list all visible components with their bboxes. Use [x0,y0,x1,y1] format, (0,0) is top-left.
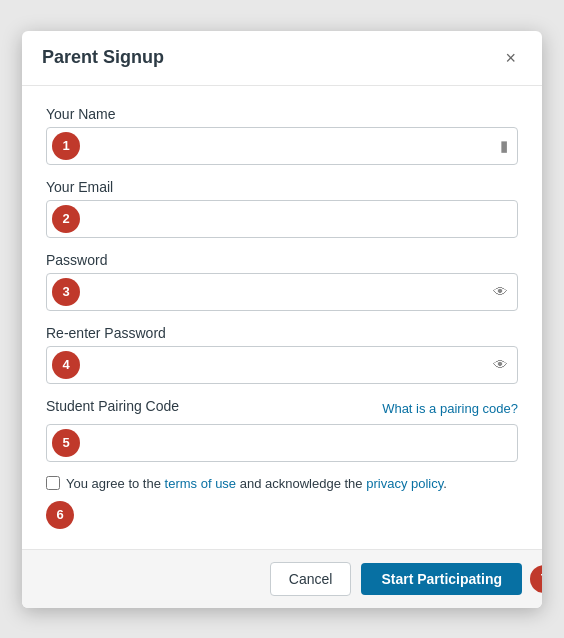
pairing-code-help-link[interactable]: What is a pairing code? [382,401,518,416]
terms-checkbox[interactable] [46,476,60,490]
pairing-code-input-wrapper: 5 [46,424,518,462]
pairing-code-field-group: Student Pairing Code What is a pairing c… [46,398,518,462]
name-input[interactable] [46,127,518,165]
badge-1: 1 [52,132,80,160]
dialog-footer: Cancel Start Participating 7 [22,549,542,608]
dialog-body: Your Name 1 ▮ Your Email 2 Password 3 👁 [22,86,542,549]
email-input[interactable] [46,200,518,238]
submit-wrapper: Start Participating 7 [361,563,522,595]
name-field-group: Your Name 1 ▮ [46,106,518,165]
pairing-code-label-row: Student Pairing Code What is a pairing c… [46,398,518,419]
close-button[interactable]: × [499,47,522,69]
badge-6: 6 [46,501,74,529]
terms-of-use-link[interactable]: terms of use [165,476,237,491]
email-label: Your Email [46,179,518,195]
badge-5: 5 [52,429,80,457]
parent-signup-dialog: Parent Signup × Your Name 1 ▮ Your Email… [22,31,542,608]
badge-2: 2 [52,205,80,233]
badge-7: 7 [530,565,542,593]
email-field-group: Your Email 2 [46,179,518,238]
email-input-wrapper: 2 [46,200,518,238]
eye-icon-2: 👁 [493,356,508,373]
badge-4: 4 [52,351,80,379]
terms-text: You agree to the terms of use and acknow… [66,476,447,491]
reenter-password-field-group: Re-enter Password 4 👁 [46,325,518,384]
start-participating-button[interactable]: Start Participating [361,563,522,595]
badge-6-row: 6 [46,501,518,529]
pairing-code-label: Student Pairing Code [46,398,179,414]
footer-wrapper: Cancel Start Participating 7 [270,562,522,596]
password-field-group: Password 3 👁 [46,252,518,311]
name-input-wrapper: 1 ▮ [46,127,518,165]
reenter-password-input[interactable] [46,346,518,384]
password-label: Password [46,252,518,268]
contact-card-icon: ▮ [500,137,508,155]
name-label: Your Name [46,106,518,122]
badge-3: 3 [52,278,80,306]
privacy-policy-link[interactable]: privacy policy [366,476,443,491]
terms-row: You agree to the terms of use and acknow… [46,476,518,491]
password-input[interactable] [46,273,518,311]
dialog-header: Parent Signup × [22,31,542,86]
password-input-wrapper: 3 👁 [46,273,518,311]
reenter-password-input-wrapper: 4 👁 [46,346,518,384]
pairing-code-input[interactable] [46,424,518,462]
cancel-button[interactable]: Cancel [270,562,352,596]
reenter-password-label: Re-enter Password [46,325,518,341]
eye-icon: 👁 [493,283,508,300]
dialog-title: Parent Signup [42,47,164,68]
